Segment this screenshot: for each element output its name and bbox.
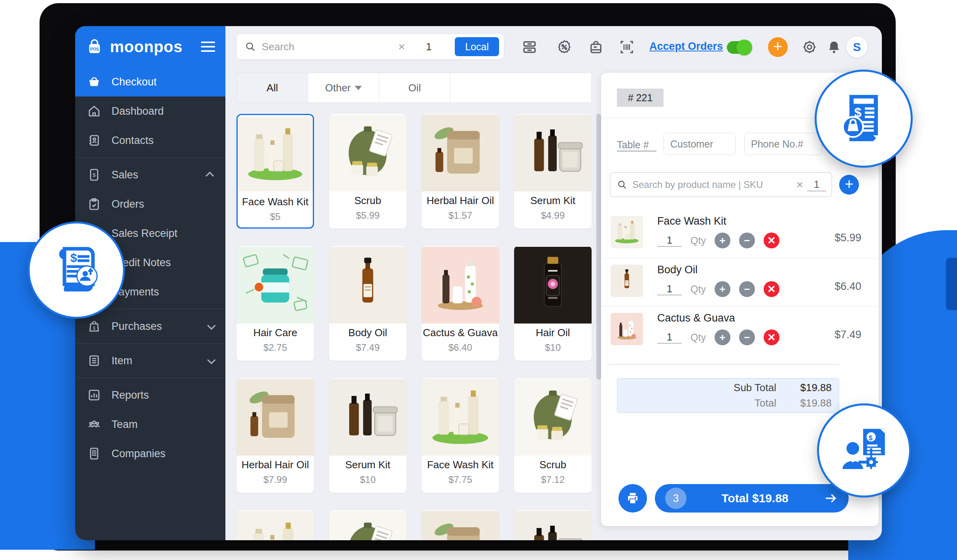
order-number-tab[interactable]: # 221 — [617, 89, 664, 107]
tab-all[interactable]: All — [237, 73, 308, 102]
sidebar-item-contacts[interactable]: Contacts — [75, 126, 225, 155]
product-card[interactable]: Cactus & Guava $6.40 — [422, 246, 499, 361]
decor-sales-receipt-circle: $ — [28, 221, 125, 319]
decrease-qty-button[interactable]: − — [739, 329, 755, 345]
remove-item-button[interactable]: ✕ — [764, 329, 779, 345]
reports-icon — [87, 388, 101, 402]
cart-item-thumbnail — [611, 265, 643, 297]
table-number-input[interactable] — [617, 139, 656, 151]
discount-icon[interactable] — [556, 39, 573, 55]
purchases-bag-icon: $ — [87, 319, 101, 333]
search-icon — [617, 179, 628, 190]
companies-icon — [87, 446, 101, 461]
product-card[interactable]: Face Wash Kit $5 — [236, 114, 314, 229]
decrease-qty-button[interactable]: − — [739, 233, 755, 248]
arrow-right-icon — [823, 491, 838, 506]
product-card[interactable]: Herbal Hair Oil $7.99 — [236, 378, 314, 493]
sidebar-item-label: Credit Notes — [112, 257, 214, 269]
product-card-partial[interactable] — [236, 510, 314, 540]
product-card[interactable]: Body Oil $7.49 — [329, 246, 407, 361]
cart-qty-input[interactable] — [657, 331, 682, 344]
print-receipt-button[interactable] — [618, 484, 647, 513]
cart-item-name: Face Wash Kit — [657, 215, 726, 227]
customer-input[interactable] — [664, 133, 736, 155]
product-card[interactable]: Scrub $7.12 — [514, 378, 592, 493]
sidebar-item-dashboard[interactable]: Dashboard — [75, 96, 225, 126]
sidebar-item-item[interactable]: Item — [75, 346, 225, 375]
cash-drawer-icon[interactable] — [521, 39, 538, 55]
tab-oil[interactable]: Oil — [379, 73, 450, 102]
product-card[interactable]: Face Wash Kit $7.75 — [422, 378, 499, 493]
clear-search-icon[interactable]: × — [796, 178, 803, 191]
product-name: Body Oil — [348, 327, 387, 339]
product-photo — [514, 246, 592, 324]
cart-qty-input[interactable] — [657, 283, 682, 295]
svg-text:$: $ — [93, 325, 95, 330]
product-card[interactable]: Serum Kit $4.99 — [514, 114, 592, 229]
clear-search-icon[interactable]: × — [398, 40, 405, 53]
product-photo — [329, 510, 407, 540]
tab-other[interactable]: Other — [308, 73, 379, 102]
add-new-button[interactable]: + — [768, 37, 788, 57]
subtotal-row: Sub Total $19.88 — [624, 382, 832, 394]
barcode-icon[interactable] — [618, 39, 635, 55]
basket-icon — [87, 75, 101, 89]
topbar: × Local Accept Orders + S — [225, 26, 882, 67]
pos-bag-logo-icon: POS — [85, 38, 104, 56]
panel-search-input[interactable] — [632, 179, 792, 190]
product-card[interactable]: Scrub $5.99 — [329, 114, 407, 229]
increase-qty-button[interactable]: + — [715, 329, 730, 345]
product-card-partial[interactable] — [329, 510, 407, 540]
user-avatar[interactable]: S — [846, 36, 868, 58]
cart-qty-input[interactable] — [657, 235, 682, 247]
sidebar-item-purchases[interactable]: $ Purchases — [75, 312, 225, 341]
phone-input[interactable] — [744, 133, 822, 155]
product-name: Scrub — [539, 459, 566, 471]
product-photo — [329, 378, 407, 456]
sidebar-item-label: Team — [112, 418, 214, 431]
cart-list: Face Wash Kit Qty + − ✕ $5.99 Body Oil — [601, 210, 879, 354]
search-qty-input[interactable] — [409, 41, 449, 53]
checkout-total-button[interactable]: 3 Total $19.88 — [655, 484, 849, 513]
product-name: Face Wash Kit — [242, 196, 308, 208]
qty-label: Qty — [690, 235, 706, 246]
sidebar-item-sales[interactable]: $ Sales — [75, 160, 225, 189]
sidebar-item-checkout[interactable]: Checkout — [75, 67, 225, 96]
product-card-partial[interactable] — [422, 510, 499, 540]
accept-orders-toggle[interactable] — [727, 41, 751, 54]
product-photo — [514, 510, 592, 540]
product-card[interactable]: Serum Kit $10 — [329, 378, 407, 493]
gear-icon[interactable] — [801, 39, 818, 55]
add-item-button[interactable]: + — [839, 175, 859, 195]
cart-item-row: Cactus & Guava Qty + − ✕ $7.49 — [601, 306, 879, 354]
hamburger-menu-icon[interactable] — [201, 42, 215, 52]
panel-search-qty-input[interactable] — [807, 178, 826, 191]
orders-icon — [87, 197, 101, 211]
decrease-qty-button[interactable]: − — [739, 281, 755, 297]
sidebar-item-orders[interactable]: Orders — [75, 189, 225, 219]
product-card[interactable]: Hair Care $2.75 — [236, 246, 314, 361]
product-card-partial[interactable] — [514, 510, 592, 540]
sidebar-item-reports[interactable]: Reports — [75, 380, 225, 410]
accept-orders-link[interactable]: Accept Orders — [649, 40, 723, 53]
product-price: $5.99 — [356, 210, 380, 221]
product-card[interactable]: Herbal Hair Oil $1.57 — [422, 114, 499, 229]
remove-item-button[interactable]: ✕ — [764, 281, 779, 297]
search-input[interactable] — [262, 41, 394, 53]
product-card[interactable]: Hair Oil $10 — [514, 246, 592, 361]
chevron-down-icon — [207, 356, 216, 364]
cart-item-thumbnail — [611, 216, 643, 248]
sidebar-item-label: Contacts — [112, 134, 214, 147]
bell-icon[interactable] — [826, 39, 842, 55]
sidebar-item-companies[interactable]: Companies — [75, 439, 225, 468]
printer-icon — [626, 491, 640, 505]
shopping-bag-icon[interactable] — [588, 39, 604, 55]
product-price: $7.99 — [263, 474, 287, 485]
increase-qty-button[interactable]: + — [715, 233, 730, 248]
product-photo — [422, 510, 499, 540]
products-scrollbar[interactable] — [596, 114, 601, 380]
sidebar-item-team[interactable]: Team — [75, 410, 225, 439]
local-button[interactable]: Local — [455, 37, 499, 56]
remove-item-button[interactable]: ✕ — [764, 233, 779, 248]
increase-qty-button[interactable]: + — [715, 281, 730, 297]
